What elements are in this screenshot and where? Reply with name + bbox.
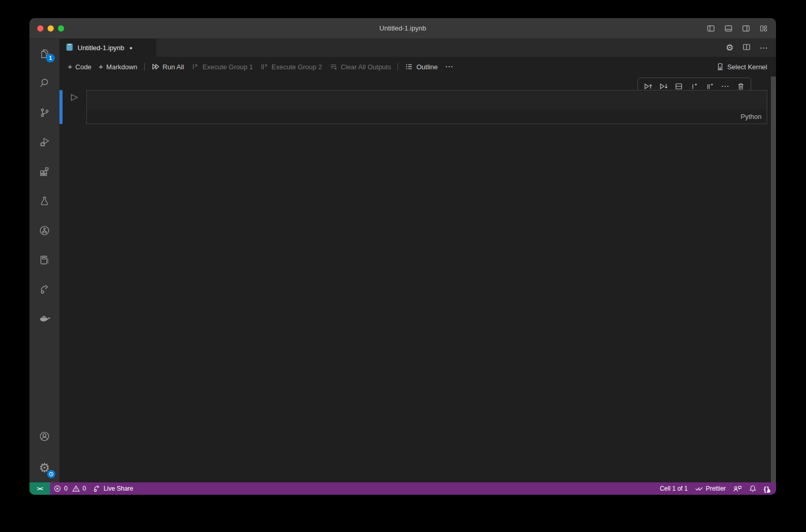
status-bar: >< 0 0 Live Share Cell 1 of 1 Prettier (29, 482, 776, 495)
add-markdown-cell-button[interactable]: + Markdown (95, 61, 141, 73)
plus-icon: + (68, 63, 72, 70)
commit-graph-icon[interactable] (29, 216, 59, 245)
settings-gear-icon[interactable]: ⚙ (29, 453, 59, 482)
traffic-lights (37, 25, 64, 32)
tab-untitled-1-ipynb[interactable]: Untitled-1.ipynb ● (59, 39, 157, 57)
double-check-icon (695, 485, 703, 492)
toggle-primary-sidebar-icon[interactable] (707, 24, 715, 33)
execute-group-2-icon (260, 63, 268, 71)
extensions-icon[interactable] (29, 157, 59, 186)
prettier-status[interactable]: Prettier (691, 482, 729, 495)
execute-group-1-icon (191, 63, 200, 71)
docker-icon[interactable] (29, 304, 59, 333)
clear-all-outputs-icon (329, 63, 338, 71)
toolbar-separator (144, 63, 145, 71)
toggle-secondary-sidebar-icon[interactable] (742, 24, 750, 33)
plus-icon: + (99, 63, 103, 70)
cell-position-indicator: Cell 1 of 1 (656, 482, 691, 495)
run-and-debug-icon[interactable] (29, 127, 59, 157)
problems-indicator[interactable]: 0 0 (50, 482, 89, 495)
split-editor-icon[interactable] (742, 43, 751, 53)
remote-indicator[interactable]: >< (29, 482, 50, 495)
accounts-icon[interactable] (29, 423, 59, 453)
outline-button[interactable]: Outline (401, 60, 441, 73)
editor-more-actions-icon[interactable]: ⋯ (759, 44, 768, 52)
feedback-icon[interactable] (729, 482, 746, 495)
window-title: Untitled-1.ipynb (29, 24, 776, 32)
notebook-settings-gear-icon[interactable]: ⚙ (726, 43, 734, 52)
close-window-button[interactable] (37, 25, 43, 32)
error-icon (54, 485, 61, 492)
search-icon[interactable] (29, 68, 59, 98)
notebook-extension-icon[interactable] (29, 245, 59, 275)
toggle-panel-icon[interactable] (724, 24, 733, 33)
run-all-button[interactable]: Run All (148, 60, 188, 73)
notebook-scrollbar[interactable] (771, 77, 776, 482)
cell-code-input[interactable] (87, 90, 767, 110)
customize-layout-icon[interactable] (759, 24, 768, 33)
tab-label: Untitled-1.ipynb (78, 44, 124, 52)
kernel-icon (716, 63, 724, 71)
clear-all-outputs-button[interactable]: Clear All Outputs (326, 60, 395, 73)
live-share-status-icon (93, 485, 101, 492)
notebook-file-icon (66, 43, 73, 53)
title-bar: Untitled-1.ipynb (29, 18, 776, 39)
code-cell: ▷ Python (59, 90, 767, 124)
zoom-window-button[interactable] (58, 25, 64, 32)
run-all-icon (151, 63, 160, 71)
live-share-status[interactable]: Live Share (89, 482, 136, 495)
outline-list-icon (405, 63, 413, 71)
add-code-cell-button[interactable]: + Code (64, 61, 95, 73)
notebook-editor: ⋯ ▷ Python (59, 77, 776, 482)
minimize-window-button[interactable] (48, 25, 54, 32)
select-kernel-button[interactable]: Select Kernel (712, 60, 771, 73)
explorer-icon[interactable]: 1 (29, 39, 59, 68)
explorer-badge: 1 (46, 54, 55, 63)
tab-bar: Untitled-1.ipynb ● ⚙ ⋯ (59, 39, 776, 57)
toolbar-more-actions-icon[interactable]: ⋯ (442, 60, 458, 73)
activity-bar: 1 (29, 39, 59, 482)
vscode-window: Untitled-1.ipynb 1 (29, 18, 776, 495)
braces-notification-icon[interactable]: {} (760, 482, 776, 495)
live-share-icon[interactable] (29, 275, 59, 304)
testing-beaker-icon[interactable] (29, 186, 59, 216)
notebook-toolbar: + Code + Markdown Run All (59, 57, 776, 77)
execute-group-1-button[interactable]: Execute Group 1 (188, 60, 257, 73)
notifications-bell-icon[interactable] (746, 482, 760, 495)
run-cell-button[interactable]: ▷ (71, 93, 78, 101)
tab-dirty-indicator[interactable]: ● (129, 45, 132, 51)
cell-language-picker[interactable]: Python (741, 113, 762, 120)
execute-group-2-button[interactable]: Execute Group 2 (256, 60, 326, 73)
braces-dot (767, 490, 770, 493)
warning-icon (72, 485, 80, 492)
settings-clock-badge (47, 470, 55, 478)
source-control-icon[interactable] (29, 98, 59, 127)
toolbar-separator (398, 63, 398, 71)
cell-frame: Python (86, 90, 767, 124)
